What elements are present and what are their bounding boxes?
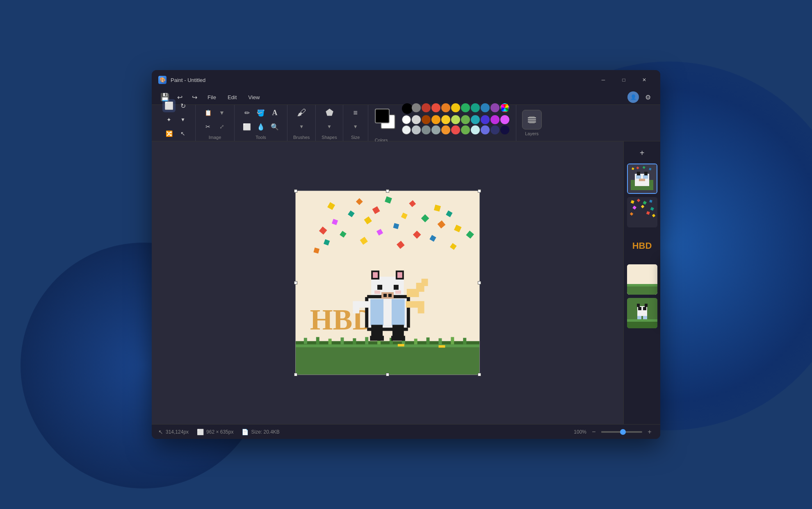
color-swatch-yellow[interactable] [451, 103, 460, 112]
color-swatch-darkgray[interactable] [422, 125, 431, 134]
color-swatch-coral[interactable] [451, 125, 460, 134]
add-layer-button[interactable]: + [635, 145, 650, 160]
shapes-main-button[interactable]: ⬟ [323, 106, 336, 119]
color-swatch-darknavy[interactable] [500, 125, 509, 134]
color-swatch-white[interactable] [402, 115, 411, 124]
user-avatar[interactable]: 👤 [627, 91, 639, 103]
color-swatch-navy[interactable] [490, 125, 500, 134]
color-swatch-orange[interactable] [441, 103, 450, 112]
svg-rect-39 [353, 338, 356, 344]
color-swatch-lightblue[interactable] [471, 125, 480, 134]
color-swatch-green2[interactable] [461, 115, 470, 124]
minimize-button[interactable]: ─ [594, 73, 613, 86]
handle-top-middle[interactable] [386, 189, 389, 193]
zoom-in-button[interactable]: + [645, 428, 654, 436]
color-swatch-rainbow[interactable]: + [500, 103, 509, 112]
handle-middle-right[interactable] [478, 281, 481, 284]
layers-toggle-button[interactable] [522, 110, 542, 130]
color-swatch-teal[interactable] [471, 103, 480, 112]
color-swatch-lightgray[interactable] [412, 115, 421, 124]
select-rect-button[interactable]: ⬜ [162, 99, 176, 112]
color-swatch-gray[interactable] [412, 103, 421, 112]
color-swatch-pink[interactable] [500, 115, 509, 124]
select-dropdown-button[interactable]: ▼ [176, 113, 189, 126]
canvas-area: HBD [152, 141, 660, 424]
color-swatch-green[interactable] [461, 103, 470, 112]
handle-bottom-right[interactable] [478, 373, 481, 376]
handle-bottom-middle[interactable] [386, 373, 389, 376]
layer-thumb-2[interactable] [627, 197, 657, 227]
svg-rect-80 [374, 291, 380, 294]
brush-dropdown-button[interactable]: ▼ [295, 120, 308, 133]
layer-thumb-4[interactable] [627, 264, 657, 295]
color-swatch-indigo[interactable] [481, 115, 490, 124]
size-main-button[interactable]: ≡ [349, 106, 362, 119]
eraser-button[interactable]: ⬜ [240, 120, 253, 133]
layer-thumb-1[interactable] [627, 164, 657, 194]
color-swatch-brown[interactable] [422, 115, 431, 124]
svg-rect-79 [418, 301, 424, 314]
layer-thumb-3[interactable]: HBD [627, 231, 657, 261]
image-crop-button[interactable]: ✂ [201, 120, 214, 133]
cursor-position: ↖ 314,124px [158, 429, 189, 435]
zoom-button[interactable]: 🔍 [268, 120, 281, 133]
pencil-button[interactable]: ✏ [240, 106, 253, 119]
shapes-dropdown-button[interactable]: ▼ [323, 120, 336, 133]
select-arrow-button[interactable]: ↖ [176, 127, 189, 140]
color-swatch-purple[interactable] [490, 103, 500, 112]
handle-top-right[interactable] [478, 189, 481, 193]
svg-rect-44 [414, 339, 417, 344]
color-swatch-sage[interactable] [461, 125, 470, 134]
close-button[interactable]: ✕ [635, 73, 654, 86]
select-magic-button[interactable]: ✦ [162, 113, 176, 126]
file-size-text: Size: 20.4KB [251, 429, 279, 435]
menu-view[interactable]: View [243, 93, 265, 102]
zoom-out-button[interactable]: − [590, 428, 598, 436]
handle-middle-left[interactable] [294, 281, 297, 284]
foreground-color-swatch[interactable] [375, 109, 390, 123]
color-swatch-offwhite[interactable] [402, 125, 411, 134]
color-swatch-midgray[interactable] [431, 125, 440, 134]
canvas-image: HBD [295, 191, 480, 375]
color-pick-button[interactable]: 💧 [254, 120, 267, 133]
settings-icon[interactable]: ⚙ [642, 91, 654, 103]
select-brush-button[interactable]: 🔀 [162, 127, 176, 140]
color-swatch-orange2[interactable] [441, 125, 450, 134]
color-swatch-blue[interactable] [481, 103, 490, 112]
svg-rect-65 [373, 272, 378, 278]
svg-rect-49 [398, 344, 404, 346]
svg-rect-0 [528, 117, 536, 118]
layer-thumb-5[interactable] [627, 298, 657, 328]
shapes-label: Shapes [322, 135, 337, 140]
color-swatch-periwinkle[interactable] [481, 125, 490, 134]
color-swatch-cyan[interactable] [471, 115, 480, 124]
color-swatch-red-dark[interactable] [422, 103, 431, 112]
menu-file[interactable]: File [203, 93, 221, 102]
color-row-3 [402, 125, 509, 134]
size-dropdown-button[interactable]: ▼ [349, 120, 362, 133]
brush-main-button[interactable]: 🖌 [295, 106, 308, 119]
select-rotate-button[interactable]: ↻ [176, 99, 189, 112]
handle-top-left[interactable] [294, 189, 297, 193]
svg-rect-61 [383, 294, 387, 297]
menu-edit[interactable]: Edit [223, 93, 242, 102]
fill-button[interactable]: 🪣 [254, 106, 267, 119]
zoom-level-text: 100% [574, 429, 586, 435]
image-copy-button[interactable]: 📋 [201, 106, 214, 119]
main-canvas[interactable]: HBD [152, 141, 623, 424]
color-swatch-lime[interactable] [451, 115, 460, 124]
image-resize-button[interactable]: ⤢ [215, 120, 228, 133]
color-swatch-yellow2[interactable] [441, 115, 450, 124]
handle-bottom-left[interactable] [294, 373, 297, 376]
svg-rect-81 [395, 291, 401, 294]
color-swatch-silver[interactable] [412, 125, 421, 134]
color-swatch-gold[interactable] [431, 115, 440, 124]
color-swatch-red[interactable] [431, 103, 440, 112]
color-swatch-black[interactable] [402, 103, 413, 114]
text-button[interactable]: A [268, 106, 281, 119]
zoom-slider[interactable] [601, 431, 642, 433]
image-paste-button[interactable]: ▼ [215, 106, 228, 119]
color-swatch-violet[interactable] [490, 115, 500, 124]
redo-button[interactable]: ↪ [188, 91, 201, 104]
maximize-button[interactable]: □ [614, 73, 633, 86]
